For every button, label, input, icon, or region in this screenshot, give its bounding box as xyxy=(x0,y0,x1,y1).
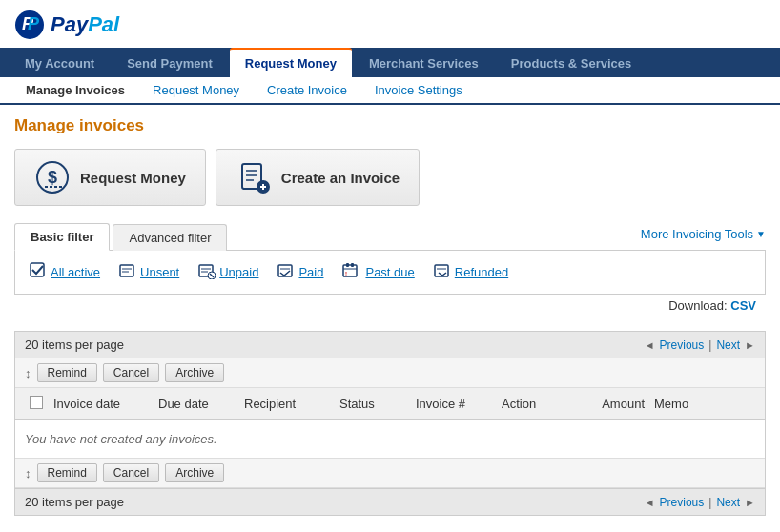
action-buttons: $ Request Money Create an Invoice xyxy=(14,149,766,206)
download-label: Download: xyxy=(668,298,727,313)
table-controls-bottom: 20 items per page ◄ Previous | Next ► xyxy=(15,488,765,515)
remind-button-top[interactable]: Remind xyxy=(37,363,97,382)
prev-icon-bottom: ◄ xyxy=(645,497,655,508)
svg-text:P: P xyxy=(28,14,40,33)
nav-tab-merchant-services[interactable]: Merchant Services xyxy=(354,50,494,77)
select-all-checkbox[interactable] xyxy=(30,396,43,409)
no-invoices-message: You have not created any invoices. xyxy=(15,420,765,459)
create-invoice-icon xyxy=(236,159,272,195)
refunded-icon xyxy=(434,262,451,282)
table-controls-top: 20 items per page ◄ Previous | Next ► xyxy=(15,332,765,358)
unsent-icon xyxy=(119,262,136,282)
archive-button-top[interactable]: Archive xyxy=(165,363,224,382)
svg-rect-13 xyxy=(120,265,133,276)
prev-icon: ◄ xyxy=(645,339,655,351)
paypal-logo: P P PayPal xyxy=(14,10,119,40)
row-actions-bottom: ↕ Remind Cancel Archive xyxy=(15,459,765,488)
unpaid-icon xyxy=(198,262,216,282)
th-checkbox xyxy=(25,393,49,415)
paypal-logo-text: PayPal xyxy=(51,12,119,37)
request-money-button[interactable]: $ Request Money xyxy=(14,149,206,206)
cancel-button-top[interactable]: Cancel xyxy=(103,363,159,382)
prev-label[interactable]: Previous xyxy=(660,338,705,352)
svg-rect-25 xyxy=(351,263,354,267)
advanced-filter-tab[interactable]: Advanced filter xyxy=(113,224,227,251)
all-active-icon xyxy=(30,262,47,282)
past-due-icon: ! xyxy=(342,262,361,282)
filter-box: All active Unsent xyxy=(14,250,766,295)
sep: | xyxy=(708,338,711,352)
filter-refunded[interactable]: Refunded xyxy=(434,262,508,282)
cancel-button-bottom[interactable]: Cancel xyxy=(103,463,159,482)
svg-text:!: ! xyxy=(345,271,347,276)
sep-bottom: | xyxy=(708,496,711,509)
filter-section: Basic filter Advanced filter More Invoic… xyxy=(14,223,766,295)
request-money-icon: $ xyxy=(34,159,71,195)
nav-tab-products-services[interactable]: Products & Services xyxy=(496,50,647,77)
filter-paid[interactable]: Paid xyxy=(277,262,323,282)
filter-links: All active Unsent xyxy=(30,262,750,282)
nav-tab-my-account[interactable]: My Account xyxy=(10,50,110,77)
subnav-manage-invoices[interactable]: Manage Invoices xyxy=(14,77,136,103)
download-csv-link[interactable]: CSV xyxy=(730,298,756,313)
more-invoicing-tools[interactable]: More Invoicing Tools ▼ xyxy=(641,227,766,241)
items-per-page-bottom: 20 items per page xyxy=(25,495,124,509)
th-action: Action xyxy=(497,394,573,414)
create-invoice-button[interactable]: Create an Invoice xyxy=(216,149,420,206)
prev-label-bottom[interactable]: Previous xyxy=(660,496,705,509)
sort-icon-bottom: ↕ xyxy=(25,466,31,481)
filter-past-due[interactable]: ! Past due xyxy=(342,262,414,282)
th-amount: Amount xyxy=(573,394,649,414)
filter-all-active[interactable]: All active xyxy=(30,262,100,282)
next-icon: ► xyxy=(745,339,755,351)
pagination-bottom: ◄ Previous | Next ► xyxy=(645,496,755,509)
table-header: Invoice date Due date Recipient Status I… xyxy=(15,388,765,420)
th-memo: Memo xyxy=(649,394,755,414)
request-money-label: Request Money xyxy=(80,170,186,186)
sub-nav: Manage Invoices Request Money Create Inv… xyxy=(0,77,780,105)
create-invoice-label: Create an Invoice xyxy=(281,170,400,186)
download-row: Download: CSV xyxy=(14,295,766,317)
invoice-table: 20 items per page ◄ Previous | Next ► ↕ … xyxy=(14,331,766,516)
row-actions-top: ↕ Remind Cancel Archive xyxy=(15,358,765,388)
paypal-logo-icon: P P xyxy=(14,10,45,40)
filter-tabs: Basic filter Advanced filter More Invoic… xyxy=(14,223,766,251)
svg-text:$: $ xyxy=(48,168,57,187)
archive-button-bottom[interactable]: Archive xyxy=(165,463,224,482)
basic-filter-tab[interactable]: Basic filter xyxy=(14,223,110,251)
th-invoice-date: Invoice date xyxy=(49,394,154,414)
main-nav: My Account Send Payment Request Money Me… xyxy=(0,48,780,77)
page-content: Manage invoices $ Request Money xyxy=(0,105,780,527)
subnav-invoice-settings[interactable]: Invoice Settings xyxy=(363,77,474,103)
nav-tab-send-payment[interactable]: Send Payment xyxy=(112,50,228,77)
paid-icon xyxy=(277,262,295,282)
remind-button-bottom[interactable]: Remind xyxy=(37,463,97,482)
next-label-bottom[interactable]: Next xyxy=(716,496,740,509)
filter-unpaid[interactable]: Unpaid xyxy=(198,262,258,282)
page-title: Manage invoices xyxy=(14,116,766,135)
svg-rect-24 xyxy=(346,263,349,267)
th-due-date: Due date xyxy=(154,394,239,414)
next-icon-bottom: ► xyxy=(745,497,755,508)
subnav-request-money[interactable]: Request Money xyxy=(141,77,251,103)
pagination-top: ◄ Previous | Next ► xyxy=(645,338,755,352)
items-per-page-top: 20 items per page xyxy=(25,338,124,352)
subnav-create-invoice[interactable]: Create Invoice xyxy=(256,77,359,103)
sort-icon-top: ↕ xyxy=(25,366,31,380)
th-status: Status xyxy=(335,394,411,414)
next-label[interactable]: Next xyxy=(716,338,740,352)
filter-unsent[interactable]: Unsent xyxy=(119,262,179,282)
header: P P PayPal xyxy=(0,0,780,48)
chevron-down-icon: ▼ xyxy=(756,229,766,239)
nav-tab-request-money[interactable]: Request Money xyxy=(230,48,352,77)
th-recipient: Recipient xyxy=(239,394,335,414)
th-invoice-num: Invoice # xyxy=(411,394,497,414)
